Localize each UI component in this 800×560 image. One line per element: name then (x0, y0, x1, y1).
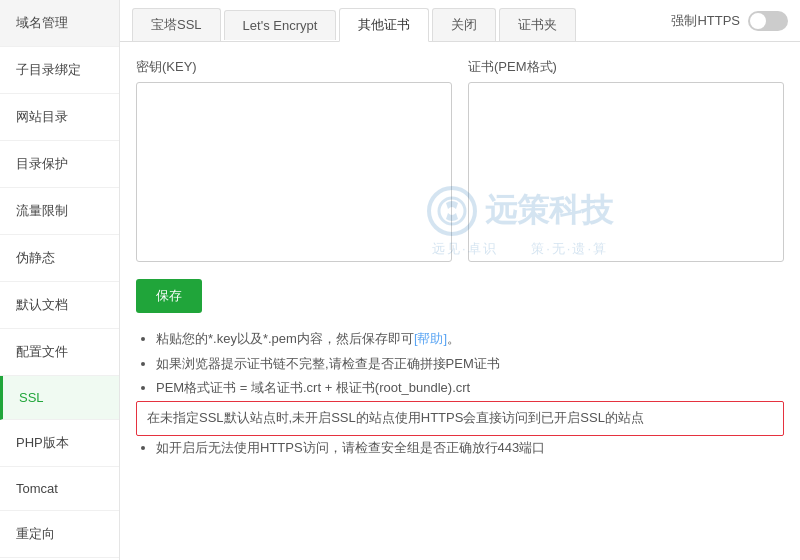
sidebar-item-website-dir[interactable]: 网站目录 (0, 94, 119, 141)
main-content: 宝塔SSL Let's Encrypt 其他证书 关闭 证书夹 强制HTTPS (120, 0, 800, 560)
sidebar-item-default-doc[interactable]: 默认文档 (0, 282, 119, 329)
sidebar-item-config-file[interactable]: 配置文件 (0, 329, 119, 376)
force-https-section: 强制HTTPS (671, 11, 788, 39)
tip-4: 在未指定SSL默认站点时,未开启SSL的站点使用HTTPS会直接访问到已开启SS… (136, 401, 784, 436)
tab-baota-ssl[interactable]: 宝塔SSL (132, 8, 221, 41)
cert-fields: 密钥(KEY) 证书(PEM格式) (136, 58, 784, 265)
sidebar-item-traffic-limit[interactable]: 流量限制 (0, 188, 119, 235)
cert-textarea[interactable] (468, 82, 784, 262)
tip-1: 粘贴您的*.key以及*.pem内容，然后保存即可[帮助]。 (156, 327, 784, 352)
force-https-toggle[interactable] (748, 11, 788, 31)
sidebar: 域名管理 子目录绑定 网站目录 目录保护 流量限制 伪静态 默认文档 配置文件 … (0, 0, 120, 560)
tips-list: 粘贴您的*.key以及*.pem内容，然后保存即可[帮助]。 如果浏览器提示证书… (136, 327, 784, 460)
sidebar-item-php-version[interactable]: PHP版本 (0, 420, 119, 467)
save-button[interactable]: 保存 (136, 279, 202, 313)
sidebar-item-domain-mgmt[interactable]: 域名管理 (0, 0, 119, 47)
force-https-label: 强制HTTPS (671, 12, 740, 30)
tab-close[interactable]: 关闭 (432, 8, 496, 41)
key-label: 密钥(KEY) (136, 58, 452, 76)
tab-cert-folder[interactable]: 证书夹 (499, 8, 576, 41)
key-textarea[interactable] (136, 82, 452, 262)
sidebar-item-dir-protect[interactable]: 目录保护 (0, 141, 119, 188)
tip-5: 如开启后无法使用HTTPS访问，请检查安全组是否正确放行443端口 (156, 436, 784, 461)
sidebar-item-fake-static[interactable]: 伪静态 (0, 235, 119, 282)
tab-other-cert[interactable]: 其他证书 (339, 8, 429, 42)
tab-lets-encrypt[interactable]: Let's Encrypt (224, 10, 337, 40)
content-area: 远策科技 远见·卓识 策·无·遗·算 密钥(KEY) 证书(PEM格式) 保 (120, 42, 800, 476)
tabs-bar: 宝塔SSL Let's Encrypt 其他证书 关闭 证书夹 强制HTTPS (120, 0, 800, 42)
key-field-container: 密钥(KEY) (136, 58, 452, 265)
sidebar-item-subdir-bind[interactable]: 子目录绑定 (0, 47, 119, 94)
sidebar-item-ssl[interactable]: SSL (0, 376, 119, 420)
cert-field-container: 证书(PEM格式) (468, 58, 784, 265)
cert-label: 证书(PEM格式) (468, 58, 784, 76)
help-link[interactable]: [帮助] (414, 331, 447, 346)
sidebar-item-redirect[interactable]: 重定向 (0, 511, 119, 558)
tip-3: PEM格式证书 = 域名证书.crt + 根证书(root_bundle).cr… (156, 376, 784, 401)
tip-2: 如果浏览器提示证书链不完整,请检查是否正确拼接PEM证书 (156, 352, 784, 377)
sidebar-item-tomcat[interactable]: Tomcat (0, 467, 119, 511)
